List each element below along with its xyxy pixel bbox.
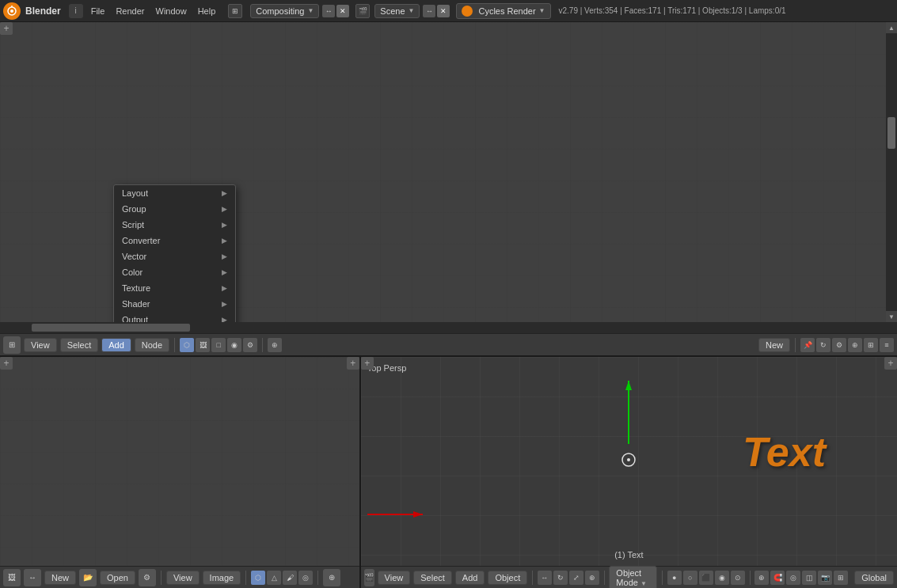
img-settings-btn[interactable]: ⚙ xyxy=(139,569,156,586)
vp-rotate-icon[interactable]: ↻ xyxy=(553,571,568,585)
viewport-canvas[interactable]: Top Persp + + xyxy=(361,357,897,566)
img-composite-icon[interactable]: ⬡ xyxy=(251,571,265,585)
node-btn[interactable]: Node xyxy=(135,338,169,352)
img-image-btn[interactable]: Image xyxy=(203,571,241,585)
menu-item-converter[interactable]: Converter ▶ xyxy=(114,233,235,248)
vp-wire-icon[interactable]: ○ xyxy=(683,571,697,585)
vp-rendered-icon[interactable]: ⊙ xyxy=(731,571,745,585)
global-btn[interactable]: Global xyxy=(854,571,894,585)
vp-scale-icon[interactable]: ⤢ xyxy=(569,571,583,585)
menu-item-group[interactable]: Group ▶ xyxy=(114,201,235,217)
node-editor-type-btn[interactable]: ⊞ xyxy=(3,336,21,354)
img-extra2-icon[interactable]: ⊕ xyxy=(323,569,340,586)
menu-item-script[interactable]: Script ▶ xyxy=(114,217,235,233)
select-btn[interactable]: Select xyxy=(60,338,99,352)
new-node-btn[interactable]: New xyxy=(758,338,790,352)
vp-manip-icon[interactable]: ⊕ xyxy=(754,571,769,585)
backdrop-icon[interactable]: □ xyxy=(211,338,226,352)
menu-item-vector[interactable]: Vector ▶ xyxy=(114,248,235,264)
zoom-icon[interactable]: ⊕ xyxy=(848,338,862,352)
scroll-down[interactable]: ▼ xyxy=(886,311,897,322)
menu-help[interactable]: Help xyxy=(193,5,221,17)
vp-editor-type-btn[interactable]: 🎬 xyxy=(364,569,374,586)
info-icon[interactable]: i xyxy=(69,4,83,18)
menu-item-texture[interactable]: Texture ▶ xyxy=(114,280,235,296)
grid-icon[interactable]: ⊞ xyxy=(864,338,878,352)
menu-item-shader[interactable]: Shader ▶ xyxy=(114,296,235,312)
submenu-arrow-layout: ▶ xyxy=(222,189,227,197)
render-engine-selector[interactable]: Cycles Render ▼ xyxy=(456,3,550,19)
vp-orient-icon[interactable]: ⊞ xyxy=(834,571,848,585)
vp-corner-plus-tr[interactable]: + xyxy=(884,357,897,370)
vp-translate-icon[interactable]: ↔ xyxy=(538,571,552,585)
img-corner-plus-tl[interactable]: + xyxy=(0,357,13,370)
vp-material-icon[interactable]: ◉ xyxy=(715,571,729,585)
performance-icon[interactable]: ⚙ xyxy=(243,338,257,352)
vp-object-btn[interactable]: Object xyxy=(488,571,527,585)
img-open-icon[interactable]: 📂 xyxy=(79,569,97,586)
img-corner-plus-tr[interactable]: + xyxy=(347,357,359,370)
img-mask-icon[interactable]: ◎ xyxy=(298,571,313,585)
scrollbar-vertical[interactable]: ▲ ▼ xyxy=(886,22,897,322)
menu-item-layout[interactable]: Layout ▶ xyxy=(114,185,235,201)
img-open-btn[interactable]: Open xyxy=(100,571,135,585)
image-toolbar: 🖼 ↔ New 📂 Open ⚙ View Image ⬡ △ 🖌 ◎ ⊕ xyxy=(0,566,359,588)
menu-item-output[interactable]: Output ▶ xyxy=(114,312,235,322)
node-view-icon[interactable]: ⊕ xyxy=(268,338,282,352)
vp-view-btn[interactable]: View xyxy=(378,571,411,585)
close-btn[interactable]: ✕ xyxy=(336,5,349,17)
vp-snap-icon[interactable]: 🧲 xyxy=(770,571,785,585)
vp-camera-icon[interactable]: 📷 xyxy=(818,571,832,585)
scroll-thumb-h[interactable] xyxy=(32,324,190,332)
vp-prop-icon[interactable]: ◎ xyxy=(786,571,800,585)
preview-icon[interactable]: ◉ xyxy=(227,338,241,352)
render-layer-icon[interactable]: 🖼 xyxy=(196,338,210,352)
img-nav-btn[interactable]: ↔ xyxy=(24,569,41,586)
settings-icon[interactable]: ⚙ xyxy=(832,338,846,352)
image-editor-panel: + + 🖼 ↔ New 📂 Open ⚙ View Image ⬡ △ 🖌 xyxy=(0,357,361,588)
image-editor-canvas[interactable]: + + xyxy=(0,357,359,566)
node-editor-canvas[interactable]: + ▲ ▼ Layout ▶ Group ▶ xyxy=(0,22,897,322)
compositor-icon[interactable]: ⬡ xyxy=(180,338,194,352)
scene-close[interactable]: ✕ xyxy=(437,5,450,17)
img-sep3 xyxy=(317,571,318,585)
vp-solid-icon[interactable]: ● xyxy=(667,571,682,585)
scroll-thumb-v[interactable] xyxy=(887,117,895,149)
img-new-btn[interactable]: New xyxy=(44,571,76,585)
vp-add-btn[interactable]: Add xyxy=(455,571,485,585)
scene-icon[interactable]: 🎬 xyxy=(355,4,370,18)
submenu-arrow-group: ▶ xyxy=(222,205,227,213)
refresh-icon[interactable]: ↻ xyxy=(816,338,830,352)
scene-label: Scene xyxy=(380,6,405,16)
editor-type-selector[interactable]: Compositing ▼ xyxy=(250,4,319,18)
img-paint-icon[interactable]: 🖌 xyxy=(283,571,297,585)
scene-selector[interactable]: Scene ▼ xyxy=(374,4,420,18)
object-mode-btn[interactable]: Object Mode ▼ xyxy=(609,566,657,589)
context-menu: Layout ▶ Group ▶ Script ▶ Converter ▶ Ve… xyxy=(113,184,236,322)
scene-expand[interactable]: ↔ xyxy=(423,5,435,17)
vp-corner-plus-tl[interactable]: + xyxy=(361,357,374,370)
blender-logo[interactable] xyxy=(3,2,21,20)
menu-item-color[interactable]: Color ▶ xyxy=(114,264,235,280)
view-btn[interactable]: View xyxy=(24,338,57,352)
corner-plus-tl[interactable]: + xyxy=(0,22,13,35)
img-view-btn[interactable]: View xyxy=(166,571,200,585)
add-btn[interactable]: Add xyxy=(101,338,131,352)
editor-type-icon[interactable]: ⊞ xyxy=(228,4,242,18)
vp-texture-icon[interactable]: ⬛ xyxy=(699,571,713,585)
expand-icon[interactable]: ↔ xyxy=(322,5,335,17)
img-editor-type-btn[interactable]: 🖼 xyxy=(3,569,21,586)
vp-transform-icon[interactable]: ⊕ xyxy=(585,571,599,585)
submenu-arrow-vector: ▶ xyxy=(222,252,227,260)
scrollbar-horizontal[interactable] xyxy=(0,322,897,333)
menu-file[interactable]: File xyxy=(86,5,110,17)
extra-icon[interactable]: ≡ xyxy=(880,338,894,352)
menu-window[interactable]: Window xyxy=(151,5,192,17)
pin-icon[interactable]: 📌 xyxy=(800,338,815,352)
img-uv-icon[interactable]: △ xyxy=(267,571,281,585)
scroll-up[interactable]: ▲ xyxy=(886,22,897,33)
svg-marker-4 xyxy=(625,381,632,390)
menu-render[interactable]: Render xyxy=(111,5,149,17)
vp-select-btn[interactable]: Select xyxy=(413,571,452,585)
vp-layer-icon[interactable]: ◫ xyxy=(802,571,816,585)
